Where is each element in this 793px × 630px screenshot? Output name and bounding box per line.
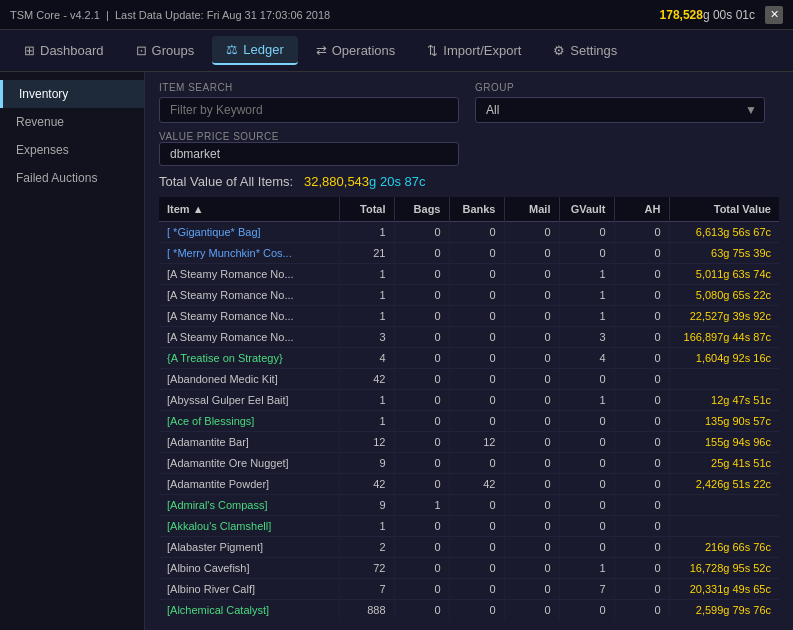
group-select[interactable]: All [475, 97, 765, 123]
col-header-bags[interactable]: Bags [394, 197, 449, 222]
nav-groups[interactable]: ⊡ Groups [122, 37, 209, 64]
cell-gvault: 0 [559, 537, 614, 558]
cell-total: 9 [339, 495, 394, 516]
cell-bags: 0 [394, 348, 449, 369]
cell-total: 1 [339, 285, 394, 306]
cell-value [669, 495, 779, 516]
cell-ah: 0 [614, 600, 669, 621]
value-source-label: VALUE PRICE SOURCE [159, 131, 779, 142]
col-header-banks[interactable]: Banks [449, 197, 504, 222]
table-row[interactable]: [A Steamy Romance No... 1 0 0 0 1 0 5,08… [159, 285, 779, 306]
cell-bags: 0 [394, 243, 449, 264]
cell-gvault: 0 [559, 411, 614, 432]
cell-total: 2 [339, 537, 394, 558]
cell-bags: 0 [394, 558, 449, 579]
cell-banks: 0 [449, 411, 504, 432]
ledger-icon: ⚖ [226, 42, 238, 57]
nav-importexport[interactable]: ⇅ Import/Export [413, 37, 535, 64]
col-header-mail[interactable]: Mail [504, 197, 559, 222]
groups-icon: ⊡ [136, 43, 147, 58]
nav-operations[interactable]: ⇄ Operations [302, 37, 410, 64]
nav-settings[interactable]: ⚙ Settings [539, 37, 631, 64]
nav-ledger[interactable]: ⚖ Ledger [212, 36, 297, 65]
cell-bags: 1 [394, 495, 449, 516]
group-filter-label: GROUP [475, 82, 765, 93]
table-row[interactable]: [Abandoned Medic Kit] 42 0 0 0 0 0 [159, 369, 779, 390]
cell-gvault: 1 [559, 264, 614, 285]
cell-mail: 0 [504, 264, 559, 285]
table-row[interactable]: {A Treatise on Strategy} 4 0 0 0 4 0 1,6… [159, 348, 779, 369]
table-row[interactable]: [Albino Cavefish] 72 0 0 0 1 0 16,728g 9… [159, 558, 779, 579]
sidebar-item-inventory[interactable]: Inventory [0, 80, 144, 108]
inventory-table-wrapper[interactable]: Item ▲ Total Bags Banks Mail GVault AH T… [159, 197, 779, 620]
cell-ah: 0 [614, 306, 669, 327]
sidebar-item-failed-auctions[interactable]: Failed Auctions [0, 164, 144, 192]
table-row[interactable]: [Alchemical Catalyst] 888 0 0 0 0 0 2,59… [159, 600, 779, 621]
col-header-item[interactable]: Item ▲ [159, 197, 339, 222]
cell-gvault: 0 [559, 516, 614, 537]
cell-ah: 0 [614, 474, 669, 495]
table-row[interactable]: [Akkalou's Clamshell] 1 0 0 0 0 0 [159, 516, 779, 537]
table-row[interactable]: [Adamantite Ore Nugget] 9 0 0 0 0 0 25g … [159, 453, 779, 474]
cell-ah: 0 [614, 390, 669, 411]
col-header-gvault[interactable]: GVault [559, 197, 614, 222]
cell-bags: 0 [394, 222, 449, 243]
table-row[interactable]: [Albino River Calf] 7 0 0 0 7 0 20,331g … [159, 579, 779, 600]
table-row[interactable]: [Admiral's Compass] 9 1 0 0 0 0 [159, 495, 779, 516]
col-header-total[interactable]: Total [339, 197, 394, 222]
cell-item-name: [Admiral's Compass] [159, 495, 339, 516]
cell-banks: 12 [449, 432, 504, 453]
cell-gvault: 7 [559, 579, 614, 600]
table-row[interactable]: [Adamantite Powder] 42 0 42 0 0 0 2,426g… [159, 474, 779, 495]
gold-amount: 178,528 [660, 8, 703, 22]
table-row[interactable]: [A Steamy Romance No... 3 0 0 0 3 0 166,… [159, 327, 779, 348]
cell-mail: 0 [504, 558, 559, 579]
cell-item-name: [A Steamy Romance No... [159, 264, 339, 285]
cell-banks: 0 [449, 600, 504, 621]
cell-ah: 0 [614, 432, 669, 453]
cell-banks: 0 [449, 579, 504, 600]
col-header-ah[interactable]: AH [614, 197, 669, 222]
cell-item-name: [Ace of Blessings] [159, 411, 339, 432]
cell-banks: 0 [449, 285, 504, 306]
sidebar-item-revenue[interactable]: Revenue [0, 108, 144, 136]
cell-item-name: [Alchemical Catalyst] [159, 600, 339, 621]
cell-item-name: [Akkalou's Clamshell] [159, 516, 339, 537]
table-row[interactable]: [Ace of Blessings] 1 0 0 0 0 0 135g 90s … [159, 411, 779, 432]
content-area: ITEM SEARCH GROUP All ▼ VALUE PRICE SOUR… [145, 72, 793, 630]
cell-mail: 0 [504, 348, 559, 369]
cell-value: 6,613g 56s 67c [669, 222, 779, 243]
sidebar-item-expenses[interactable]: Expenses [0, 136, 144, 164]
cell-gvault: 0 [559, 369, 614, 390]
cell-ah: 0 [614, 264, 669, 285]
importexport-icon: ⇅ [427, 43, 438, 58]
table-row[interactable]: [Adamantite Bar] 12 0 12 0 0 0 155g 94s … [159, 432, 779, 453]
cell-mail: 0 [504, 495, 559, 516]
cell-mail: 0 [504, 327, 559, 348]
cell-bags: 0 [394, 579, 449, 600]
cell-mail: 0 [504, 243, 559, 264]
table-header: Item ▲ Total Bags Banks Mail GVault AH T… [159, 197, 779, 222]
table-row[interactable]: [ *Gigantique* Bag] 1 0 0 0 0 0 6,613g 5… [159, 222, 779, 243]
table-row[interactable]: [A Steamy Romance No... 1 0 0 0 1 0 22,5… [159, 306, 779, 327]
item-search-input[interactable] [159, 97, 459, 123]
item-search-label: ITEM SEARCH [159, 82, 459, 93]
close-button[interactable]: ✕ [765, 6, 783, 24]
cell-mail: 0 [504, 390, 559, 411]
cell-gvault: 0 [559, 495, 614, 516]
table-row[interactable]: [Abyssal Gulper Eel Bait] 1 0 0 0 1 0 12… [159, 390, 779, 411]
cell-banks: 0 [449, 516, 504, 537]
cell-value: 5,011g 63s 74c [669, 264, 779, 285]
cell-mail: 0 [504, 516, 559, 537]
cell-banks: 0 [449, 243, 504, 264]
table-row[interactable]: [A Steamy Romance No... 1 0 0 0 1 0 5,01… [159, 264, 779, 285]
col-header-total-value[interactable]: Total Value [669, 197, 779, 222]
cell-value: 166,897g 44s 87c [669, 327, 779, 348]
nav-dashboard[interactable]: ⊞ Dashboard [10, 37, 118, 64]
table-row[interactable]: [Alabaster Pigment] 2 0 0 0 0 0 216g 66s… [159, 537, 779, 558]
table-row[interactable]: [ *Merry Munchkin* Cos... 21 0 0 0 0 0 6… [159, 243, 779, 264]
cell-item-name: [Adamantite Bar] [159, 432, 339, 453]
title-right: 178,528g 00s 01c ✕ [660, 6, 783, 24]
cell-ah: 0 [614, 369, 669, 390]
cell-bags: 0 [394, 327, 449, 348]
